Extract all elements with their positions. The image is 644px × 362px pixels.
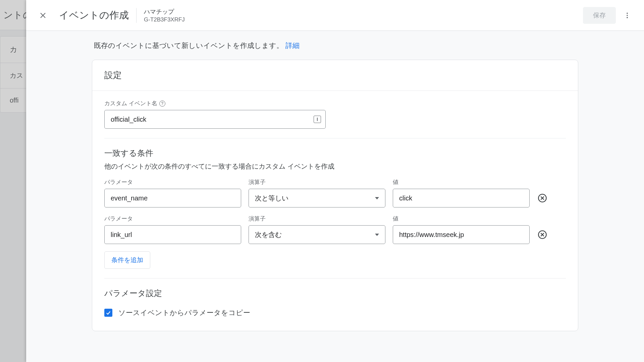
more-menu-button[interactable] [619, 7, 635, 23]
learn-more-link[interactable]: 詳細 [285, 42, 300, 49]
condition-row: パラメータ 演算子 次を含む 値 [104, 215, 566, 244]
property-id: G-T2B3F3XRFJ [144, 16, 185, 23]
input-chip-icon [314, 116, 321, 123]
conditions-title: 一致する条件 [104, 148, 566, 159]
custom-event-name-label: カスタム イベント名 ? [104, 100, 566, 107]
param-settings-title: パラメータ設定 [104, 288, 566, 299]
operator-label: 演算子 [249, 215, 385, 223]
operator-label: 演算子 [249, 178, 385, 186]
condition-row: パラメータ 演算子 次と等しい 値 [104, 178, 566, 207]
condition-value-input[interactable] [393, 189, 530, 207]
conditions-description: 他のイベントが次の条件のすべてに一致する場合にカスタム イベントを作成 [104, 162, 566, 171]
svg-point-0 [627, 12, 628, 14]
chevron-down-icon [375, 197, 379, 199]
copy-params-label: ソースイベントからパラメータをコピー [118, 308, 250, 317]
property-name: ハマチップ [144, 8, 185, 16]
checkmark-icon [105, 310, 111, 316]
custom-event-name-input[interactable] [104, 110, 326, 129]
condition-value-input[interactable] [393, 225, 530, 244]
panel-body: 既存のイベントに基づいて新しいイベントを作成します。 詳細 設定 カスタム イベ… [26, 31, 644, 362]
condition-operator-select[interactable]: 次を含む [249, 225, 385, 244]
divider [104, 138, 566, 138]
divider [136, 8, 137, 23]
condition-operator-value: 次を含む [255, 230, 282, 239]
intro-text: 既存のイベントに基づいて新しいイベントを作成します。 詳細 [92, 41, 578, 60]
remove-circle-icon [538, 230, 547, 239]
remove-condition-button[interactable] [537, 193, 548, 203]
copy-params-row: ソースイベントからパラメータをコピー [104, 308, 566, 317]
divider [104, 278, 566, 279]
settings-card: 設定 カスタム イベント名 ? 一致する条件 他のイベントが次の条件のすべてに一… [92, 60, 578, 331]
intro-sentence: 既存のイベントに基づいて新しいイベントを作成します。 [94, 42, 283, 49]
param-label: パラメータ [104, 178, 241, 186]
value-label: 値 [393, 178, 530, 186]
panel-header: イベントの作成 ハマチップ G-T2B3F3XRFJ 保存 [26, 0, 644, 31]
condition-operator-value: 次と等しい [255, 194, 288, 203]
remove-condition-button[interactable] [537, 229, 548, 240]
more-vertical-icon [624, 12, 631, 19]
panel-title: イベントの作成 [59, 9, 129, 22]
condition-param-input[interactable] [104, 189, 241, 207]
help-icon[interactable]: ? [159, 101, 165, 107]
create-event-panel: イベントの作成 ハマチップ G-T2B3F3XRFJ 保存 既存のイベントに基づ… [26, 0, 644, 362]
settings-card-title: 設定 [92, 60, 578, 91]
property-info: ハマチップ G-T2B3F3XRFJ [144, 8, 185, 23]
custom-event-name-label-text: カスタム イベント名 [104, 100, 157, 107]
svg-point-1 [627, 15, 628, 16]
close-button[interactable] [35, 7, 51, 23]
save-button[interactable]: 保存 [583, 7, 616, 24]
value-label: 値 [393, 215, 530, 223]
condition-param-input[interactable] [104, 225, 241, 244]
remove-circle-icon [538, 193, 547, 203]
chevron-down-icon [375, 234, 379, 236]
add-condition-button[interactable]: 条件を追加 [104, 251, 150, 269]
close-icon [39, 11, 47, 19]
svg-point-2 [627, 17, 628, 18]
param-label: パラメータ [104, 215, 241, 223]
copy-params-checkbox[interactable] [104, 309, 112, 317]
condition-operator-select[interactable]: 次と等しい [249, 189, 385, 207]
